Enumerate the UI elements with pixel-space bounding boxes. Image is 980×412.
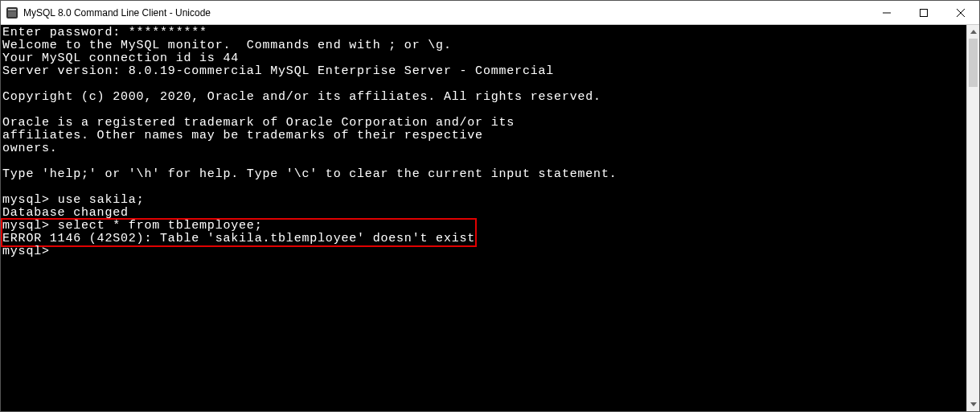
response: Database changed <box>2 206 129 220</box>
highlighted-region: mysql> select * from tblemployee; ERROR … <box>2 220 475 245</box>
svg-marker-7 <box>970 30 977 34</box>
line: Your MySQL connection id is 44 <box>2 52 239 65</box>
line: affiliates. Other names may be trademark… <box>2 129 483 142</box>
window-controls <box>868 1 979 24</box>
maximize-button[interactable] <box>905 1 942 24</box>
scroll-down-arrow-icon[interactable] <box>967 398 979 411</box>
prompt: mysql> <box>2 219 58 233</box>
svg-rect-2 <box>8 11 16 17</box>
app-icon <box>6 6 18 19</box>
line: Server version: 8.0.19-commercial MySQL … <box>2 64 554 78</box>
window-title: MySQL 8.0 Command Line Client - Unicode <box>23 7 868 19</box>
vertical-scrollbar[interactable] <box>966 25 979 411</box>
line: owners. <box>2 142 58 155</box>
svg-rect-1 <box>8 9 16 10</box>
terminal-wrapper: Enter password: ********** Welcome to th… <box>1 25 979 411</box>
titlebar[interactable]: MySQL 8.0 Command Line Client - Unicode <box>1 1 979 25</box>
scroll-up-arrow-icon[interactable] <box>967 25 979 39</box>
svg-rect-4 <box>921 9 928 16</box>
close-button[interactable] <box>942 1 979 24</box>
line: Welcome to the MySQL monitor. Commands e… <box>2 39 452 52</box>
prompt: mysql> <box>2 245 50 258</box>
command: select * from tblemployee; <box>58 219 263 233</box>
error-line: ERROR 1146 (42S02): Table 'sakila.tblemp… <box>2 232 475 245</box>
line: Copyright (c) 2000, 2020, Oracle and/or … <box>2 90 601 104</box>
command: use sakila; <box>58 193 145 207</box>
line: Enter password: ********** <box>2 26 207 39</box>
minimize-button[interactable] <box>868 1 905 24</box>
prompt: mysql> <box>2 193 58 207</box>
line: Type 'help;' or '\h' for help. Type '\c'… <box>2 167 617 181</box>
scroll-thumb[interactable] <box>969 39 978 87</box>
line: Oracle is a registered trademark of Orac… <box>2 116 515 130</box>
terminal-output[interactable]: Enter password: ********** Welcome to th… <box>1 25 966 411</box>
svg-marker-8 <box>970 402 977 406</box>
